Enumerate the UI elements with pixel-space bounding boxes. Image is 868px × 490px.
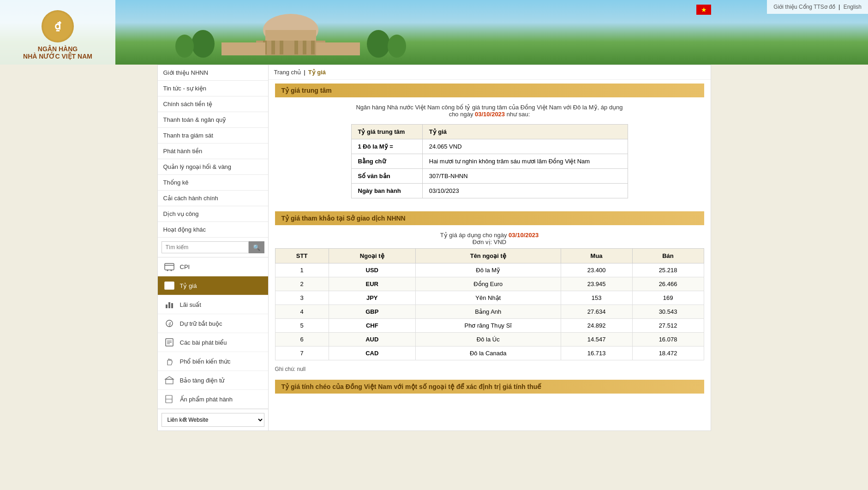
- vietnam-flag: ★: [696, 5, 711, 15]
- trung-tam-section: Tỷ giá trung tâm Ngân hàng Nhà nước Việt…: [269, 80, 711, 211]
- link-separator: |: [838, 4, 840, 10]
- museum-icon: [162, 375, 176, 386]
- trung-tam-intro: Ngân hàng Nhà nước Việt Nam công bố tỷ g…: [275, 104, 704, 118]
- shortcut-an-pham-label: Ấn phẩm phát hành: [180, 396, 233, 403]
- shortcut-phat-bieu-label: Các bài phát biểu: [180, 339, 227, 346]
- search-icon: 🔍: [253, 244, 260, 251]
- sidebar-item-thanh-tra[interactable]: Thanh tra giám sát: [158, 128, 268, 143]
- main-layout: Giới thiệu NHNN Tin tức - sự kiện Chính …: [157, 65, 711, 431]
- sidebar-nav: Giới thiệu NHNN Tin tức - sự kiện Chính …: [158, 65, 268, 238]
- table-row: Ngày ban hành03/10/2023: [351, 184, 628, 198]
- header-links: Giới thiệu Cổng TTSơ đồ | English: [767, 0, 868, 14]
- search-button[interactable]: 🔍: [249, 241, 264, 253]
- table-row: 1 USD Đô la Mỹ 23.400 25.218: [275, 263, 704, 277]
- shortcut-cpi-label: CPI: [180, 263, 190, 270]
- table-row: 6 AUD Đô la Úc 14.547 16.078: [275, 333, 704, 347]
- bank-logo-area: ₫ NGÂN HÀNG NHÀ NƯỚC VIỆT NAM: [0, 0, 115, 65]
- svg-marker-29: [165, 376, 174, 379]
- svg-rect-7: [303, 41, 306, 54]
- shortcut-bao-tang-label: Bảo tàng điện tử: [180, 377, 225, 384]
- table-row: 7 CAD Đô la Canada 16.713 18.472: [275, 347, 704, 360]
- svg-point-16: [167, 270, 168, 271]
- sidebar-item-hoat-dong[interactable]: Hoạt động khác: [158, 222, 268, 238]
- svg-rect-15: [165, 263, 174, 270]
- table-row: Số văn bản307/TB-NHNN: [351, 169, 628, 184]
- shortcut-ty-gia-label: Tỷ giá: [180, 282, 197, 289]
- bank-name-line2: NHÀ NƯỚC VIỆT NAM: [23, 53, 92, 60]
- shortcut-ty-gia[interactable]: Tỷ giá: [158, 276, 268, 295]
- coin-icon: ₫: [162, 318, 176, 329]
- tham-khao-section: Tỷ giá tham khảo tại Sở giao dịch NHNN T…: [269, 211, 711, 376]
- chart-icon: [162, 280, 176, 291]
- sidebar-item-cai-cach[interactable]: Cải cách hành chính: [158, 191, 268, 206]
- sidebar-item-gioi-thieu[interactable]: Giới thiệu NHNN: [158, 65, 268, 81]
- table-row: 5 CHF Phơ răng Thụy Sĩ 24.892 27.512: [275, 319, 704, 333]
- svg-rect-21: [171, 303, 173, 308]
- shortcut-pho-bien-label: Phổ biến kiến thức: [180, 358, 231, 365]
- cart-icon: [162, 261, 176, 272]
- tinh-cheo-section: Tỷ giá tính chéo của Đồng Việt Nam với m…: [269, 376, 711, 402]
- english-link[interactable]: English: [844, 4, 862, 10]
- document-icon: [162, 337, 176, 348]
- shortcut-phat-bieu[interactable]: Các bài phát biểu: [158, 333, 268, 352]
- svg-rect-9: [221, 42, 265, 55]
- hand-icon: [162, 356, 176, 367]
- table-row: 2 EUR Đồng Euro 23.945 26.466: [275, 277, 704, 291]
- shortcut-bao-tang[interactable]: Bảo tàng điện tử: [158, 371, 268, 390]
- table-row: 1 Đô la Mỹ =24.065 VND: [351, 139, 628, 154]
- sidebar-search: 🔍: [158, 238, 268, 257]
- trung-tam-col2: Tỷ giá: [422, 125, 628, 139]
- sidebar-item-ngoai-hoi[interactable]: Quản lý ngoại hối & vàng: [158, 159, 268, 175]
- shortcut-lai-suat[interactable]: Lãi suất: [158, 295, 268, 314]
- svg-rect-5: [280, 41, 283, 54]
- table-row: 3 JPY Yên Nhật 153 169: [275, 291, 704, 305]
- header: ★ ₫: [0, 0, 868, 65]
- svg-rect-10: [316, 42, 360, 55]
- sidebar-item-chinh-sach[interactable]: Chính sách tiền tệ: [158, 96, 268, 112]
- shortcut-pho-bien[interactable]: Phổ biến kiến thức: [158, 352, 268, 371]
- lien-ket-select[interactable]: Liên kết Website: [162, 413, 264, 427]
- tham-khao-header: Tỷ giá tham khảo tại Sở giao dịch NHNN: [275, 211, 704, 225]
- ghi-chu: Ghi chú: null: [275, 364, 704, 374]
- search-input[interactable]: [162, 241, 249, 253]
- shortcut-cpi[interactable]: CPI: [158, 257, 268, 276]
- breadcrumb-current: Tỷ giá: [308, 69, 326, 76]
- breadcrumb: Trang chủ | Tỷ giá: [269, 65, 711, 80]
- bar-chart-icon: [162, 299, 176, 310]
- content-area: Trang chủ | Tỷ giá Tỷ giá trung tâm Ngân…: [269, 65, 711, 430]
- svg-rect-4: [271, 41, 275, 54]
- trung-tam-table: Tỷ giá trung tâm Tỷ giá 1 Đô la Mỹ =24.0…: [351, 124, 628, 198]
- svg-rect-8: [311, 41, 315, 54]
- sidebar: Giới thiệu NHNN Tin tức - sự kiện Chính …: [158, 65, 269, 430]
- svg-point-17: [170, 270, 172, 271]
- table-row: 4 GBP Bảng Anh 27.634 30.543: [275, 305, 704, 319]
- svg-point-11: [192, 30, 215, 58]
- shortcut-du-tru[interactable]: ₫ Dự trữ bắt buộc: [158, 314, 268, 333]
- shortcut-lai-suat-label: Lãi suất: [180, 301, 201, 308]
- sidebar-item-thanh-toan[interactable]: Thanh toán & ngân quỹ: [158, 112, 268, 128]
- sidebar-item-thong-ke[interactable]: Thống kê: [158, 175, 268, 191]
- tham-khao-intro: Tỷ giá áp dụng cho ngày 03/10/2023 Đơn v…: [275, 232, 704, 245]
- sidebar-item-tin-tuc[interactable]: Tin tức - sự kiện: [158, 81, 268, 96]
- shortcut-du-tru-label: Dự trữ bắt buộc: [180, 320, 222, 327]
- exchange-table: STTNgoại tệTên ngoại tệMuaBán 1 USD Đô l…: [275, 248, 704, 360]
- building-illustration: [129, 9, 452, 65]
- trung-tam-header: Tỷ giá trung tâm: [275, 84, 704, 97]
- svg-rect-28: [166, 379, 173, 384]
- sidebar-item-dich-vu-cong[interactable]: Dịch vụ công: [158, 206, 268, 222]
- shortcut-an-pham[interactable]: Ấn phẩm phát hành: [158, 390, 268, 409]
- svg-point-14: [388, 35, 406, 58]
- breadcrumb-home[interactable]: Trang chủ: [274, 69, 301, 76]
- tinh-cheo-header: Tỷ giá tính chéo của Đồng Việt Nam với m…: [275, 380, 704, 394]
- sidebar-links-section: Liên kết Website: [162, 413, 264, 427]
- book-icon: [162, 394, 176, 405]
- breadcrumb-separator: |: [304, 69, 305, 76]
- svg-text:₫: ₫: [168, 322, 170, 326]
- bank-name-line1: NGÂN HÀNG: [38, 45, 78, 53]
- svg-rect-20: [168, 302, 170, 308]
- intro-link[interactable]: Giới thiệu Cổng TTSơ đồ: [773, 4, 835, 10]
- svg-point-12: [367, 30, 390, 58]
- svg-rect-19: [166, 305, 168, 308]
- svg-rect-6: [294, 41, 298, 54]
- sidebar-item-phat-hanh[interactable]: Phát hành tiền: [158, 143, 268, 159]
